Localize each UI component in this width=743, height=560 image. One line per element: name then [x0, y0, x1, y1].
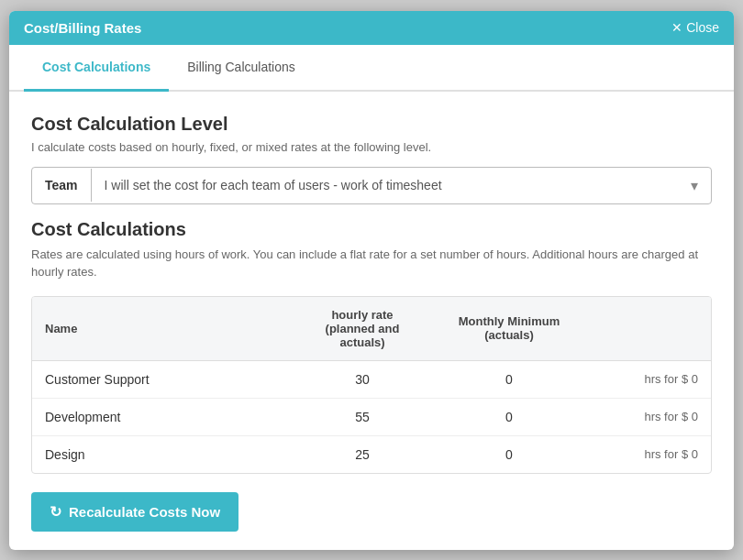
table-header-row: Name hourly rate (planned and actuals) M… — [32, 297, 711, 361]
cost-calculation-level-desc: I calculate costs based on hourly, fixed… — [31, 140, 712, 154]
cost-calculations-title: Cost Calculations — [31, 219, 712, 240]
modal-header: Cost/Billing Rates ✕ Close — [9, 11, 734, 45]
select-label: Team — [32, 169, 92, 202]
row-monthly-0: 0 — [427, 360, 592, 398]
row-hourly-0: 30 — [298, 360, 427, 398]
close-button[interactable]: ✕ Close — [671, 20, 719, 35]
tab-billing-calculations[interactable]: Billing Calculations — [169, 45, 314, 92]
cost-table-wrapper: Name hourly rate (planned and actuals) M… — [31, 296, 712, 474]
col-header-name: Name — [32, 297, 298, 361]
col-header-hourly: hourly rate (planned and actuals) — [298, 297, 427, 361]
row-hrs-2: hrs for $ 0 — [592, 435, 711, 473]
modal-body: Cost Calculation Level I calculate costs… — [9, 92, 734, 550]
tab-bar: Cost Calculations Billing Calculations — [9, 45, 734, 92]
row-hrs-1: hrs for $ 0 — [592, 398, 711, 435]
cost-table: Name hourly rate (planned and actuals) M… — [32, 297, 711, 473]
col-header-monthly: Monthly Minimum (actuals) — [427, 297, 592, 361]
row-hourly-1: 55 — [298, 398, 427, 435]
calculation-level-select[interactable]: Team I will set the cost for each team o… — [31, 167, 712, 204]
tab-cost-calculations[interactable]: Cost Calculations — [24, 45, 169, 92]
recalculate-icon: ↻ — [50, 503, 61, 521]
col-header-hrs — [592, 297, 711, 361]
recalculate-label: Recalculate Costs Now — [69, 504, 220, 520]
select-value: I will set the cost for each team of use… — [92, 169, 678, 202]
row-hourly-2: 25 — [298, 435, 427, 473]
row-monthly-1: 0 — [427, 398, 592, 435]
close-label: Close — [686, 20, 719, 35]
close-icon: ✕ — [671, 20, 682, 35]
table-row: Customer Support 30 0 hrs for $ 0 — [32, 360, 711, 398]
row-name-1: Development — [32, 398, 298, 435]
cost-calculation-level-title: Cost Calculation Level — [31, 114, 712, 135]
row-monthly-2: 0 — [427, 435, 592, 473]
recalculate-button[interactable]: ↻ Recalculate Costs Now — [31, 492, 238, 532]
table-row: Development 55 0 hrs for $ 0 — [32, 398, 711, 435]
modal-title: Cost/Billing Rates — [24, 20, 141, 36]
chevron-down-icon: ▾ — [678, 168, 711, 203]
modal: Cost/Billing Rates ✕ Close Cost Calculat… — [9, 11, 734, 550]
cost-calculations-desc: Rates are calculated using hours of work… — [31, 246, 712, 281]
row-name-0: Customer Support — [32, 360, 298, 398]
row-name-2: Design — [32, 435, 298, 473]
table-row: Design 25 0 hrs for $ 0 — [32, 435, 711, 473]
row-hrs-0: hrs for $ 0 — [592, 360, 711, 398]
